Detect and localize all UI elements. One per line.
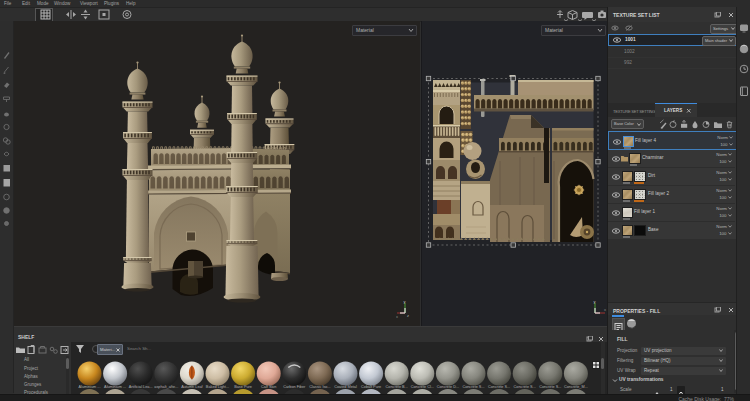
- svg-text:y: y: [404, 299, 406, 304]
- svg-text:z: z: [407, 313, 409, 318]
- svg-text:x: x: [396, 314, 398, 319]
- svg-text:x: x: [604, 307, 606, 312]
- svg-text:y: y: [594, 299, 596, 304]
